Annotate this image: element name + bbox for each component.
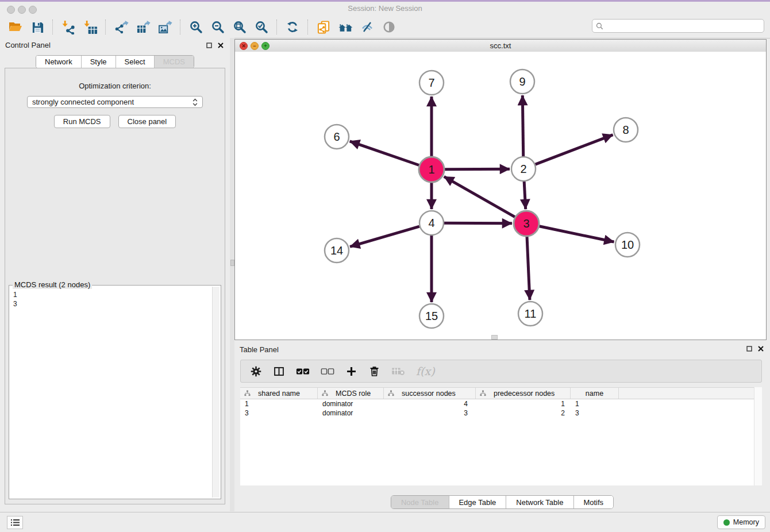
column-header-predecessor-nodes[interactable]: predecessor nodes: [476, 388, 571, 399]
cell-name[interactable]: 1: [571, 400, 619, 408]
export-image-button[interactable]: [154, 18, 176, 36]
close-panel-icon[interactable]: [217, 41, 224, 49]
close-table-panel-icon[interactable]: [757, 345, 764, 352]
cell-name[interactable]: 3: [571, 409, 619, 417]
close-panel-button[interactable]: Close panel: [118, 115, 176, 128]
hide-selected-button[interactable]: [356, 18, 378, 36]
network-canvas[interactable]: 7968124314101511: [235, 52, 766, 340]
node-7[interactable]: 7: [419, 71, 444, 95]
edge-2-9[interactable]: [522, 95, 523, 156]
function-builder-button[interactable]: f(x): [416, 365, 435, 377]
tab-edge-table[interactable]: Edge Table: [448, 496, 506, 508]
edge-1-2[interactable]: [445, 169, 510, 169]
edge-3-1[interactable]: [444, 176, 515, 217]
node-9[interactable]: 9: [510, 70, 534, 94]
open-session-button[interactable]: [5, 18, 26, 36]
search-input[interactable]: [606, 21, 760, 31]
edge-2-8[interactable]: [536, 135, 613, 165]
node-3[interactable]: 3: [514, 211, 539, 236]
select-all-button[interactable]: [296, 367, 310, 376]
network-close-button[interactable]: ✕: [240, 42, 248, 50]
table-scrollbar[interactable]: [754, 387, 762, 485]
cell-successor-nodes[interactable]: 4: [384, 400, 476, 408]
network-maximize-button[interactable]: +: [261, 42, 270, 50]
svg-text:15: 15: [425, 310, 438, 322]
tab-mcds[interactable]: MCDS: [154, 56, 194, 68]
edge-3-11[interactable]: [527, 237, 530, 300]
node-6[interactable]: 6: [325, 125, 349, 149]
network-minimize-button[interactable]: −: [251, 42, 259, 50]
table-row[interactable]: 1 dominator 4 1 1: [240, 399, 762, 408]
zoom-in-button[interactable]: [185, 18, 207, 36]
float-panel-icon[interactable]: [205, 41, 213, 49]
edge-1-6[interactable]: [350, 141, 419, 165]
network-graph[interactable]: 7968124314101511: [235, 52, 766, 339]
export-image-icon: [158, 20, 172, 34]
column-header-successor-nodes[interactable]: successor nodes: [384, 388, 476, 399]
memory-button[interactable]: Memory: [717, 515, 765, 529]
cell-predecessor-nodes[interactable]: 1: [476, 400, 571, 408]
show-all-icon: [382, 20, 396, 34]
tab-network[interactable]: Network: [36, 56, 81, 68]
zoom-fit-button[interactable]: [229, 18, 251, 36]
edge-3-10[interactable]: [540, 226, 614, 242]
node-10[interactable]: 10: [615, 233, 640, 257]
network-window-titlebar[interactable]: ✕ − + scc.txt: [235, 40, 766, 52]
node-1[interactable]: 1: [419, 157, 444, 182]
column-header-name[interactable]: name: [571, 388, 619, 399]
edge-4-14[interactable]: [350, 226, 419, 246]
column-header-mcds-role[interactable]: MCDS role: [318, 388, 384, 399]
node-4[interactable]: 4: [419, 211, 444, 235]
edge-2-3[interactable]: [524, 182, 526, 209]
node-15[interactable]: 15: [419, 304, 444, 328]
node-8[interactable]: 8: [614, 118, 638, 142]
cell-mcds-role[interactable]: dominator: [318, 409, 384, 417]
tab-node-table[interactable]: Node Table: [391, 496, 449, 508]
tab-network-table[interactable]: Network Table: [506, 496, 573, 508]
splitter-grip[interactable]: [230, 260, 234, 266]
add-column-icon: [345, 365, 357, 377]
run-mcds-button[interactable]: Run MCDS: [54, 115, 110, 128]
delete-table-button[interactable]: [391, 366, 405, 376]
node-2[interactable]: 2: [511, 157, 536, 181]
save-session-button[interactable]: [26, 18, 48, 36]
select-all-icon: [296, 367, 310, 376]
edge-4-3[interactable]: [444, 223, 512, 223]
zoom-selected-button[interactable]: [251, 18, 272, 36]
table-options-button[interactable]: [250, 365, 262, 377]
horizontal-splitter-grip[interactable]: [491, 335, 498, 340]
panel-splitter[interactable]: [230, 38, 234, 511]
import-network-button[interactable]: [57, 18, 79, 36]
attribute-tree-icon: [388, 390, 394, 396]
zoom-out-button[interactable]: [207, 18, 229, 36]
criterion-select[interactable]: strongly connected component: [27, 96, 203, 108]
table-row[interactable]: 3 dominator 3 2 3: [240, 408, 762, 418]
tab-style[interactable]: Style: [81, 56, 116, 68]
clone-network-button[interactable]: [313, 18, 334, 36]
add-column-button[interactable]: [345, 365, 357, 377]
cell-predecessor-nodes[interactable]: 2: [476, 409, 571, 417]
cell-mcds-role[interactable]: dominator: [318, 400, 384, 408]
tab-motifs[interactable]: Motifs: [573, 496, 613, 508]
delete-column-button[interactable]: [368, 365, 380, 377]
column-header-shared-name[interactable]: shared name: [240, 388, 318, 399]
cell-shared-name[interactable]: 1: [240, 400, 318, 408]
node-11[interactable]: 11: [518, 302, 542, 326]
apply-layout-button[interactable]: [282, 18, 303, 36]
mcds-result-scrollbar[interactable]: [212, 287, 220, 498]
mcds-result-text[interactable]: 1 3: [10, 288, 211, 498]
deselect-all-button[interactable]: [321, 367, 334, 376]
first-neighbors-button[interactable]: [334, 18, 356, 36]
task-history-button[interactable]: [7, 516, 23, 529]
export-table-button[interactable]: [132, 18, 154, 36]
search-box[interactable]: [592, 19, 764, 33]
show-all-button[interactable]: [378, 18, 400, 36]
cell-successor-nodes[interactable]: 3: [384, 409, 476, 417]
export-network-button[interactable]: [110, 18, 132, 36]
column-visibility-button[interactable]: [273, 365, 285, 377]
node-14[interactable]: 14: [325, 238, 349, 263]
float-table-panel-icon[interactable]: [745, 345, 753, 352]
import-table-button[interactable]: [79, 18, 101, 36]
tab-select[interactable]: Select: [116, 56, 154, 68]
cell-shared-name[interactable]: 3: [240, 409, 318, 417]
